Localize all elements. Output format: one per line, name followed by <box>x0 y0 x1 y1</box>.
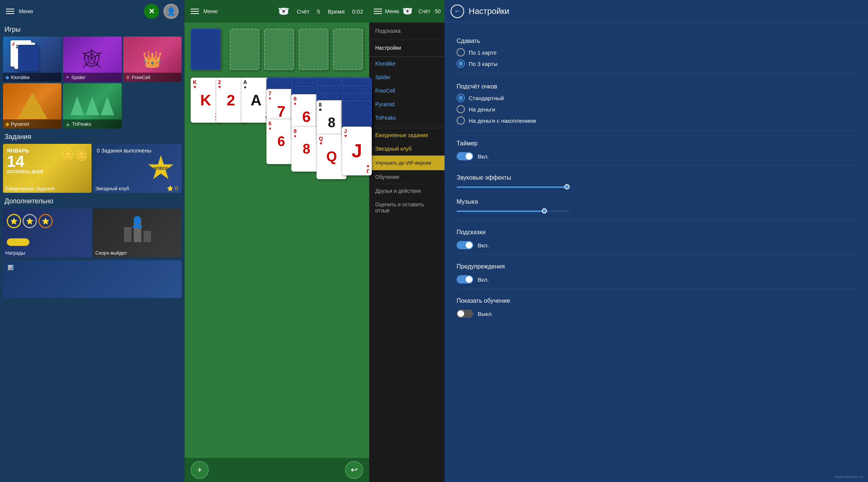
score-label: Счёт <box>297 8 310 15</box>
menu-item-klondike[interactable]: Klondike <box>369 57 445 70</box>
menu-score-label: Счёт <box>419 8 430 14</box>
foundation-1[interactable] <box>230 29 260 70</box>
music-slider-track[interactable] <box>457 210 570 212</box>
foundation-3[interactable] <box>299 29 329 70</box>
card-jack-hearts[interactable]: J♥ J J♥ <box>342 127 372 175</box>
section-games-title: Игры <box>0 23 185 35</box>
timer-section-title: Таймер <box>457 140 856 147</box>
game-hamburger[interactable] <box>191 9 199 14</box>
menu-item-pyramid[interactable]: Pyramid <box>369 98 445 111</box>
menu-item-spider[interactable]: Spider <box>369 70 445 84</box>
scoring-standard-option[interactable]: Стандартный <box>457 94 856 102</box>
warnings-section-title: Предупреждения <box>457 263 856 270</box>
bear-icon-menu: 🐻‍❄️ <box>402 6 413 16</box>
section-tasks-title: Задания <box>0 130 185 142</box>
menu-item-tutorial[interactable]: Обучение <box>369 170 445 184</box>
bottom-tile[interactable]: 📊 <box>3 260 182 298</box>
deal-1-radio[interactable] <box>457 48 465 56</box>
new-badge: НОВОЕ <box>148 155 174 182</box>
games-grid: A♥ 2♠ ◆ Klondike 🕸 ✦ Spider 👑 <box>0 35 185 130</box>
settings-title: Настройки <box>469 6 509 16</box>
settings-top-bar: ← Настройки <box>445 0 868 23</box>
menu-item-upgrade[interactable]: Улучшить до VIP-версии <box>369 156 445 170</box>
tableau: K♥ K K♥ 2♥ 2 2♥ A♠ A A♠ <box>191 78 363 191</box>
star-label: Звездный клуб <box>95 186 129 191</box>
game-panel: Меню 🐻‍❄️ Счёт 5 Время 0:02 K♥ <box>185 0 369 482</box>
task-starclub[interactable]: 0 Задания выполнены НОВОЕ Звездный клуб … <box>93 144 182 193</box>
game-tile-freecell[interactable]: 👑 ♛ FreeCell <box>123 37 182 82</box>
score-value: 5 <box>317 8 320 15</box>
daily-label: Ежедневные задания <box>5 186 54 191</box>
deal-1-option[interactable]: По 1 карте <box>457 48 856 56</box>
tableau-col-5: 6♦ 6 8♦ 8 <box>291 78 313 183</box>
settings-panel: ← Настройки Сдавать По 1 карте По 3 карт… <box>445 0 868 482</box>
sound-slider-handle[interactable] <box>564 184 570 189</box>
music-slider-handle[interactable] <box>542 208 547 214</box>
add-button[interactable]: + <box>191 461 209 479</box>
time-value: 0:02 <box>352 8 363 15</box>
scoring-money-accum-option[interactable]: На деньги с накоплением <box>457 116 856 125</box>
music-section-title: Музыка <box>457 198 856 205</box>
game-tile-pyramid[interactable]: ◆ Pyramid <box>3 83 61 128</box>
time-label: Время <box>328 8 345 15</box>
menu-item-freecell[interactable]: FreeCell <box>369 84 445 98</box>
back-button[interactable]: ← <box>451 5 464 18</box>
warnings-toggle[interactable] <box>457 275 473 284</box>
timer-toggle[interactable] <box>457 152 473 160</box>
tableau-col-1: K♥ K K♥ <box>191 78 212 183</box>
sound-slider-track[interactable] <box>457 186 570 188</box>
extra-leaders[interactable]: 👤 Скоро выйдет <box>93 208 182 257</box>
top-row <box>191 29 363 70</box>
deal-1-label: По 1 карте <box>469 49 497 56</box>
hamburger-icon[interactable] <box>6 9 14 14</box>
pyramid-label: ◆ Pyramid <box>3 119 61 128</box>
menu-item-starclub[interactable]: Звездный клуб <box>369 142 445 156</box>
deal-3-option[interactable]: По 3 карты <box>457 59 856 68</box>
music-slider-fill <box>457 210 547 212</box>
extra-rewards[interactable]: ⭐ ⭐ ⭐ Награды <box>3 208 92 257</box>
game-tile-tripeaks[interactable]: ▲ TriPeaks <box>63 83 121 128</box>
foundation-4[interactable] <box>333 29 363 70</box>
menu-item-tripeaks[interactable]: TriPeaks <box>369 111 445 125</box>
menu-item-settings[interactable]: Настройки <box>369 40 445 56</box>
avatar[interactable]: 👤 <box>164 4 179 19</box>
scoring-section-title: Подсчёт очков <box>457 83 856 90</box>
hints-toggle[interactable] <box>457 241 473 249</box>
menu-hamburger[interactable] <box>374 9 382 14</box>
game-menu-label: Меню <box>203 8 218 14</box>
leaders-label: Скоро выйдет <box>95 250 127 256</box>
scoring-money-radio[interactable] <box>457 105 465 113</box>
xbox-button[interactable]: ✕ <box>144 4 159 19</box>
menu-item-daily[interactable]: Ежедневные задания <box>369 128 445 142</box>
warnings-toggle-row: Вкл. <box>457 275 856 284</box>
menu-item-friends[interactable]: Друзья и действия <box>369 184 445 198</box>
undo-button[interactable]: ↩ <box>345 461 363 479</box>
menu-item-hint[interactable]: Подсказка <box>369 23 445 40</box>
tableau-col-3: A♠ A A♠ <box>241 78 263 183</box>
deal-3-radio[interactable] <box>457 59 465 68</box>
show-tutorial-toggle-row: Выкл. <box>457 310 856 318</box>
scoring-standard-radio[interactable] <box>457 94 465 102</box>
task-daily[interactable]: ЯНВАРЬ 14 ОСТАЛОСЬ ДНЕЙ 🪙🪙 Ежедневные за… <box>3 144 92 193</box>
game-tile-klondike[interactable]: A♥ 2♠ ◆ Klondike <box>3 37 61 82</box>
game-top-bar: Меню 🐻‍❄️ Счёт 5 Время 0:02 <box>185 0 369 23</box>
scoring-money-accum-radio[interactable] <box>457 116 465 125</box>
foundation-2[interactable] <box>264 29 294 70</box>
menu-score-value: 50 <box>435 8 441 14</box>
timer-toggle-row: Вкл. <box>457 152 856 160</box>
game-area: K♥ K K♥ 2♥ 2 2♥ A♠ A A♠ <box>185 23 369 458</box>
task-count: 0 Задания выполнены <box>97 148 151 154</box>
warnings-toggle-label: Вкл. <box>478 276 489 283</box>
menu-item-rate[interactable]: Оценить и оставить отзыв <box>369 198 445 217</box>
scoring-money-option[interactable]: На деньги <box>457 105 856 113</box>
show-tutorial-toggle[interactable] <box>457 310 473 318</box>
settings-content: Сдавать По 1 карте По 3 карты Подсчёт оч… <box>445 23 868 328</box>
hints-section-title: Подсказки <box>457 229 856 236</box>
sound-section-title: Звуковые эффекты <box>457 174 856 181</box>
show-tutorial-section-title: Показать обучение <box>457 297 856 304</box>
game-tile-spider[interactable]: 🕸 ✦ Spider <box>63 37 121 82</box>
deck-card[interactable] <box>191 29 221 70</box>
star-count: ⭐ 0 <box>167 185 178 191</box>
scoring-money-accum-label: На деньги с накоплением <box>469 117 536 124</box>
menu-label: Меню <box>385 8 399 14</box>
